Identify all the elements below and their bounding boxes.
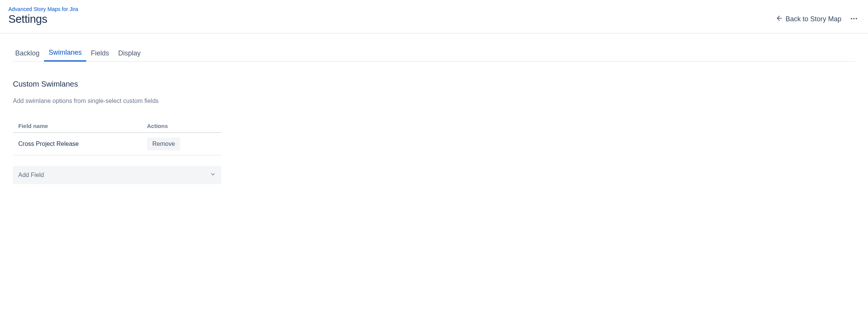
table-cell-field-name: Cross Project Release xyxy=(13,133,142,155)
breadcrumb-link[interactable]: Advanced Story Maps for Jira xyxy=(8,6,78,12)
table-cell-actions: Remove xyxy=(142,133,221,155)
table-row: Cross Project Release Remove xyxy=(13,133,221,155)
swimlanes-table: Field name Actions Cross Project Release… xyxy=(13,120,221,155)
tab-display[interactable]: Display xyxy=(114,46,145,62)
tab-backlog[interactable]: Backlog xyxy=(13,46,44,62)
more-actions-button[interactable] xyxy=(848,13,860,25)
tab-fields[interactable]: Fields xyxy=(86,46,114,62)
add-field-select[interactable]: Add Field xyxy=(13,166,221,184)
section-title: Custom Swimlanes xyxy=(13,80,855,88)
content-area: Backlog Swimlanes Fields Display Custom … xyxy=(0,46,868,184)
more-horizontal-icon xyxy=(850,14,858,24)
remove-button[interactable]: Remove xyxy=(147,137,181,150)
tab-swimlanes[interactable]: Swimlanes xyxy=(44,46,86,62)
back-button-label: Back to Story Map xyxy=(786,15,841,23)
page-header: Advanced Story Maps for Jira Settings Ba… xyxy=(0,0,868,33)
table-header-field-name: Field name xyxy=(13,120,142,133)
section-description: Add swimlane options from single-select … xyxy=(13,98,855,104)
custom-swimlanes-section: Custom Swimlanes Add swimlane options fr… xyxy=(13,80,855,184)
tabs-container: Backlog Swimlanes Fields Display xyxy=(13,46,855,62)
header-left: Advanced Story Maps for Jira Settings xyxy=(8,6,78,25)
page-title: Settings xyxy=(8,13,78,25)
table-header-actions: Actions xyxy=(142,120,221,133)
arrow-left-icon xyxy=(776,14,783,24)
chevron-down-icon xyxy=(210,171,216,179)
header-right: Back to Story Map xyxy=(776,6,860,25)
back-to-story-map-button[interactable]: Back to Story Map xyxy=(776,14,841,24)
svg-point-3 xyxy=(856,18,857,19)
svg-point-1 xyxy=(851,18,852,19)
svg-point-2 xyxy=(853,18,855,19)
add-field-placeholder: Add Field xyxy=(18,172,44,179)
